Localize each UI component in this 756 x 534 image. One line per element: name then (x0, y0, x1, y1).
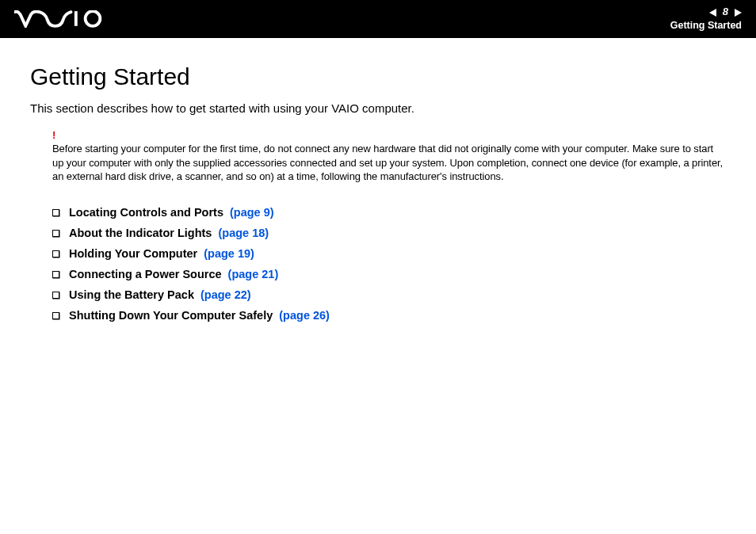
table-of-contents: Locating Controls and Ports (page 9) Abo… (30, 206, 726, 322)
toc-page-ref[interactable]: (page 22) (200, 288, 251, 301)
page-content: Getting Started This section describes h… (0, 38, 756, 322)
toc-label: Using the Battery Pack (69, 288, 194, 301)
header-right: 8 Getting Started (670, 6, 742, 32)
bullet-icon (52, 271, 59, 278)
bullet-icon (52, 209, 59, 216)
bullet-icon (52, 230, 59, 237)
vaio-logo-svg (14, 10, 110, 28)
bullet-icon (52, 312, 59, 319)
warning-icon: ! (52, 129, 726, 141)
toc-item[interactable]: About the Indicator Lights (page 18) (52, 227, 726, 239)
toc-item[interactable]: Locating Controls and Ports (page 9) (52, 206, 726, 219)
svg-point-1 (86, 11, 101, 26)
toc-label: About the Indicator Lights (69, 227, 212, 239)
toc-page-ref[interactable]: (page 26) (279, 309, 330, 322)
toc-page-ref[interactable]: (page 19) (204, 247, 254, 260)
intro-text: This section describes how to get starte… (30, 101, 726, 115)
toc-item[interactable]: Connecting a Power Source (page 21) (52, 268, 726, 280)
warning-block: ! Before starting your computer for the … (30, 129, 726, 184)
toc-item[interactable]: Shutting Down Your Computer Safely (page… (52, 309, 726, 322)
prev-page-icon[interactable] (709, 9, 716, 17)
header-section-label: Getting Started (670, 19, 742, 32)
page-title: Getting Started (30, 63, 726, 90)
next-page-icon[interactable] (735, 9, 742, 17)
vaio-logo (14, 0, 110, 38)
toc-page-ref[interactable]: (page 9) (230, 206, 274, 219)
svg-rect-0 (74, 11, 78, 26)
page-number: 8 (721, 6, 730, 19)
page-navigator: 8 (670, 6, 742, 19)
bullet-icon (52, 250, 59, 257)
bullet-icon (52, 292, 59, 299)
toc-label: Holding Your Computer (69, 247, 197, 260)
page-header: 8 Getting Started (0, 0, 756, 38)
toc-label: Locating Controls and Ports (69, 206, 223, 219)
toc-label: Connecting a Power Source (69, 268, 222, 280)
toc-label: Shutting Down Your Computer Safely (69, 309, 273, 322)
warning-text: Before starting your computer for the fi… (52, 142, 726, 184)
toc-page-ref[interactable]: (page 18) (218, 227, 269, 239)
toc-item[interactable]: Holding Your Computer (page 19) (52, 247, 726, 260)
toc-page-ref[interactable]: (page 21) (228, 268, 279, 280)
toc-item[interactable]: Using the Battery Pack (page 22) (52, 288, 726, 301)
